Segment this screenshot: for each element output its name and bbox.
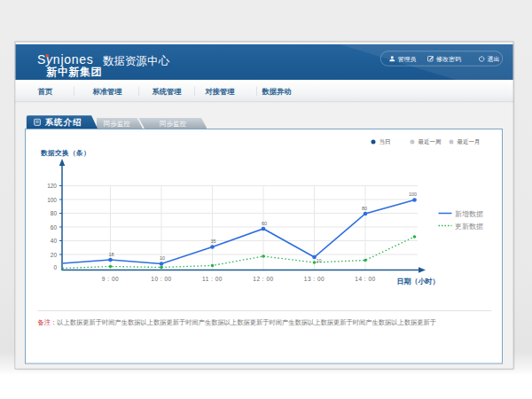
svg-text:0: 0 (53, 264, 57, 270)
svg-text:100: 100 (409, 192, 417, 197)
svg-text:更新数据: 更新数据 (455, 223, 483, 231)
svg-text:14 : 00: 14 : 00 (355, 276, 375, 282)
svg-text:10 : 00: 10 : 00 (151, 276, 171, 282)
svg-text:100: 100 (47, 197, 57, 203)
svg-text:新增数据: 新增数据 (455, 210, 483, 218)
svg-text:80: 80 (51, 210, 58, 216)
svg-text:13 : 00: 13 : 00 (304, 276, 325, 282)
svg-text:18: 18 (108, 252, 113, 257)
svg-text:120: 120 (47, 183, 57, 189)
svg-text:20: 20 (51, 252, 58, 258)
svg-text:35: 35 (210, 239, 215, 244)
svg-text:10: 10 (316, 258, 321, 263)
svg-text:11 : 00: 11 : 00 (202, 276, 223, 282)
svg-text:9 : 00: 9 : 00 (102, 276, 119, 282)
svg-text:10: 10 (160, 255, 165, 261)
svg-text:60: 60 (51, 224, 58, 231)
svg-text:40: 40 (51, 238, 58, 244)
svg-text:12 : 00: 12 : 00 (253, 276, 273, 282)
svg-text:80: 80 (362, 206, 367, 211)
svg-text:日期（小时）: 日期（小时） (397, 278, 440, 286)
svg-text:60: 60 (262, 221, 267, 226)
